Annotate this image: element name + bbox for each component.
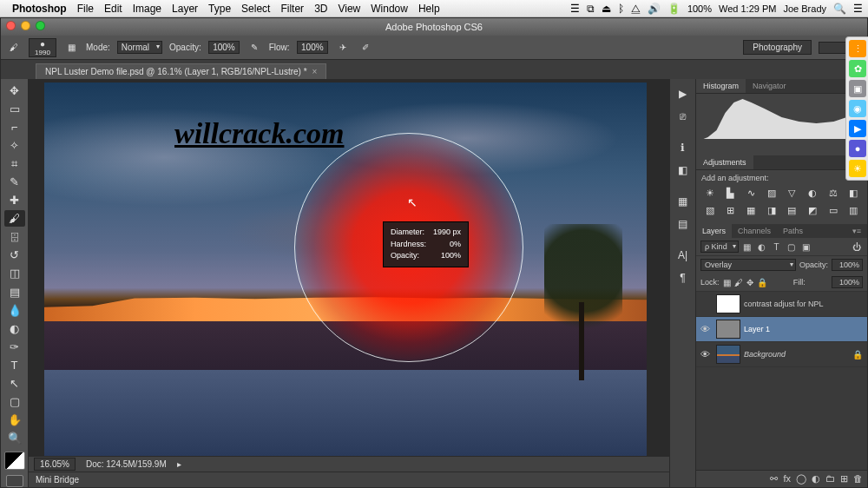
shape-tool[interactable]: ▢ xyxy=(4,393,25,410)
filter-shape-icon[interactable]: ▢ xyxy=(786,242,798,252)
new-layer-icon[interactable]: ⊞ xyxy=(840,473,848,485)
new-group-icon[interactable]: 🗀 xyxy=(825,473,835,485)
brush-preset-picker[interactable]: ● 1990 xyxy=(29,38,56,57)
move-tool[interactable]: ✥ xyxy=(4,82,25,99)
history-brush-tool[interactable]: ↺ xyxy=(4,247,25,263)
layer-name[interactable]: contrast adjust for NPL xyxy=(744,300,863,308)
ext-button-7[interactable]: ☀ xyxy=(849,160,866,177)
lock-position-icon[interactable]: ✥ xyxy=(746,278,753,287)
canvas-area[interactable]: ↖ willcrack.com Diameter:1990 px Hardnes… xyxy=(29,79,669,487)
window-minimize-button[interactable] xyxy=(21,21,30,30)
status-menu-icon[interactable]: ▸ xyxy=(177,459,181,469)
levels-adjustment-icon[interactable]: ▙ xyxy=(722,186,740,200)
opacity-field[interactable]: 100% xyxy=(208,41,240,54)
ext-button-5[interactable]: ▶ xyxy=(849,120,866,137)
color-swatch[interactable] xyxy=(4,452,25,470)
menu-edit[interactable]: Edit xyxy=(104,3,122,15)
adjustments-tab[interactable]: Adjustments xyxy=(696,155,753,169)
lock-all-icon[interactable]: 🔒 xyxy=(757,278,767,287)
workspace-switcher[interactable]: Photography xyxy=(743,40,812,55)
channel-mixer-adjustment-icon[interactable]: ⊞ xyxy=(722,203,740,217)
filter-adjustment-icon[interactable]: ◐ xyxy=(756,242,768,252)
color-balance-adjustment-icon[interactable]: ⚖ xyxy=(825,186,842,200)
dodge-tool[interactable]: ◐ xyxy=(4,320,25,337)
filter-toggle-icon[interactable]: ⏻ xyxy=(851,242,863,252)
notification-icon[interactable]: ☰ xyxy=(853,3,863,15)
lock-transparency-icon[interactable]: ▦ xyxy=(723,278,731,287)
menu-view[interactable]: View xyxy=(338,3,360,15)
character-panel-icon[interactable]: A| xyxy=(674,246,693,265)
wifi-icon[interactable]: ⧋ xyxy=(631,3,641,15)
ext-button-2[interactable]: ✿ xyxy=(849,60,866,77)
brightness-adjustment-icon[interactable]: ☀ xyxy=(701,186,719,200)
panel-menu-icon[interactable]: ▾≡ xyxy=(846,224,867,238)
crop-tool[interactable]: ⌗ xyxy=(4,155,25,172)
curves-adjustment-icon[interactable]: ∿ xyxy=(742,186,760,200)
hand-tool[interactable]: ✋ xyxy=(4,412,25,428)
swatches-panel-icon[interactable]: ▦ xyxy=(674,192,693,211)
layer-thumbnail[interactable] xyxy=(716,294,740,313)
visibility-toggle-icon[interactable]: 👁 xyxy=(700,324,713,334)
histogram-refresh-icon[interactable]: ⚠ xyxy=(696,144,867,155)
ext-button-3[interactable]: ▣ xyxy=(849,80,866,97)
lock-pixels-icon[interactable]: 🖌 xyxy=(734,278,743,287)
layer-row[interactable]: 👁 Background 🔒 xyxy=(696,342,867,367)
visibility-toggle-icon[interactable]: 👁 xyxy=(700,349,713,359)
threshold-adjustment-icon[interactable]: ◩ xyxy=(804,203,821,217)
type-tool[interactable]: T xyxy=(4,357,25,373)
pen-tool[interactable]: ✑ xyxy=(4,339,25,355)
path-select-tool[interactable]: ↖ xyxy=(4,375,25,392)
layer-thumbnail[interactable] xyxy=(716,345,740,364)
menu-file[interactable]: File xyxy=(77,3,94,15)
paragraph-panel-icon[interactable]: ¶ xyxy=(674,268,693,287)
navigator-tab[interactable]: Navigator xyxy=(746,79,793,93)
window-zoom-button[interactable] xyxy=(36,21,45,30)
eject-icon[interactable]: ⏏ xyxy=(602,3,611,15)
layer-name[interactable]: Layer 1 xyxy=(744,325,863,333)
document-canvas[interactable]: ↖ willcrack.com Diameter:1990 px Hardnes… xyxy=(44,82,647,456)
brush-tool[interactable]: 🖌 xyxy=(4,210,25,227)
lock-icon[interactable]: 🔒 xyxy=(852,350,863,359)
layer-opacity-field[interactable]: 100% xyxy=(832,259,863,271)
brush-panel-toggle-icon[interactable]: ▦ xyxy=(63,40,79,56)
layers-tab[interactable]: Layers xyxy=(696,224,732,238)
new-adjustment-icon[interactable]: ◐ xyxy=(812,473,820,485)
delete-layer-icon[interactable]: 🗑 xyxy=(853,473,863,485)
invert-adjustment-icon[interactable]: ◨ xyxy=(763,203,780,217)
lasso-tool[interactable]: ⌐ xyxy=(4,119,25,135)
menu-app[interactable]: Photoshop xyxy=(12,3,67,15)
bluetooth-icon[interactable]: ᛒ xyxy=(618,3,624,15)
menu-image[interactable]: Image xyxy=(133,3,161,15)
ext-button-4[interactable]: ◉ xyxy=(849,100,866,117)
blend-mode-dropdown[interactable]: Normal xyxy=(117,41,162,54)
layer-filter-dropdown[interactable]: ρ Kind xyxy=(700,241,739,253)
tablet-opacity-icon[interactable]: ✎ xyxy=(247,40,262,56)
layer-thumbnail[interactable] xyxy=(716,320,740,339)
layer-row[interactable]: contrast adjust for NPL xyxy=(696,292,867,317)
marquee-tool[interactable]: ▭ xyxy=(4,101,25,117)
mini-bridge-tab[interactable]: Mini Bridge xyxy=(29,472,669,487)
spotlight-icon[interactable]: 🔍 xyxy=(833,3,846,15)
menu-3d[interactable]: 3D xyxy=(314,3,327,15)
histogram-tab[interactable]: Histogram xyxy=(696,79,746,93)
user-name[interactable]: Joe Brady xyxy=(783,3,826,14)
quick-mask-toggle[interactable] xyxy=(6,475,23,487)
blur-tool[interactable]: 💧 xyxy=(4,302,25,319)
paths-tab[interactable]: Paths xyxy=(777,224,809,238)
volume-icon[interactable]: 🔊 xyxy=(648,3,661,15)
tablet-size-icon[interactable]: ✐ xyxy=(358,40,373,56)
filter-type-icon[interactable]: T xyxy=(771,242,783,252)
photo-filter-adjustment-icon[interactable]: ▧ xyxy=(701,203,719,217)
menu-window[interactable]: Window xyxy=(371,3,408,15)
gradient-map-adjustment-icon[interactable]: ▭ xyxy=(825,203,842,217)
document-tab[interactable]: NPL Luster Demo file.psd @ 16.1% (Layer … xyxy=(36,63,326,79)
bw-adjustment-icon[interactable]: ◧ xyxy=(845,186,862,200)
layer-blend-mode-dropdown[interactable]: Overlay xyxy=(700,259,796,271)
layer-style-icon[interactable]: fx xyxy=(783,473,791,485)
color-lookup-adjustment-icon[interactable]: ▦ xyxy=(742,203,760,217)
doc-size-label[interactable]: Doc: 124.5M/159.9M xyxy=(86,459,167,469)
stamp-tool[interactable]: ⌹ xyxy=(4,228,25,245)
exposure-adjustment-icon[interactable]: ▨ xyxy=(763,186,780,200)
window-close-button[interactable] xyxy=(6,21,16,30)
vibrance-adjustment-icon[interactable]: ▽ xyxy=(784,186,801,200)
